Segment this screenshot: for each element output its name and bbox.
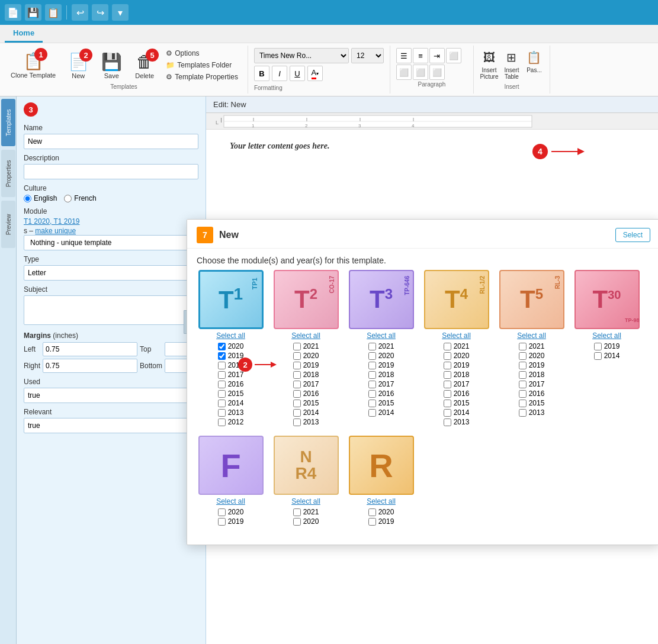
t3-2020[interactable]: 2020 <box>368 352 394 360</box>
t5-2020[interactable]: 2020 <box>519 352 545 360</box>
clone-template-button[interactable]: 📋 1 Clone Template <box>6 49 60 80</box>
t1-2014[interactable]: 2014 <box>218 399 244 407</box>
t1-select-all[interactable]: Select all <box>216 331 245 340</box>
font-size-select[interactable]: 12 <box>351 48 384 63</box>
select-button[interactable]: Select <box>615 228 650 242</box>
french-radio[interactable] <box>64 195 72 202</box>
t3-2018[interactable]: 2018 <box>368 371 394 379</box>
template-properties-button[interactable]: ⚙ Template Properties <box>162 72 242 82</box>
t5-2016[interactable]: 2016 <box>519 389 545 398</box>
t4-2015[interactable]: 2015 <box>444 399 470 407</box>
module-tile-t2[interactable]: T2 CO-17 <box>274 270 339 329</box>
r-2019[interactable]: 2019 <box>368 517 394 526</box>
export-icon[interactable]: 📋 <box>45 4 62 21</box>
redo-icon[interactable]: ↪ <box>92 4 108 21</box>
type-input[interactable] <box>24 265 198 281</box>
t1-2012[interactable]: 2012 <box>218 418 244 426</box>
t2-2018[interactable]: 2018 <box>293 371 319 379</box>
t2-2015[interactable]: 2015 <box>293 399 319 407</box>
insert-picture-button[interactable]: 🖼 InsertPicture <box>480 48 499 80</box>
t3-2014[interactable]: 2014 <box>368 408 394 417</box>
list-unordered-button[interactable]: ☰ <box>396 48 412 63</box>
align-center-button[interactable]: ⬜ <box>396 65 412 80</box>
t6-select-all[interactable]: Select all <box>592 331 621 340</box>
used-input[interactable] <box>24 388 198 403</box>
t1-2015[interactable]: 2015 <box>218 389 244 398</box>
t4-2013[interactable]: 2013 <box>444 418 470 426</box>
r-select-all[interactable]: Select all <box>367 497 396 505</box>
relevant-input[interactable] <box>24 418 198 433</box>
paste-button[interactable]: 📋 Pas... <box>525 48 544 80</box>
save-icon[interactable]: 💾 <box>25 4 41 21</box>
f-select-all[interactable]: Select all <box>216 497 245 505</box>
font-family-select[interactable]: Times New Ro... <box>254 48 349 63</box>
t2-2013[interactable]: 2013 <box>293 418 319 426</box>
options-button[interactable]: ⚙ Options <box>162 48 242 59</box>
make-unique-link[interactable]: make unique <box>35 227 76 235</box>
module-tile-t3[interactable]: T3 TP-646 <box>349 270 414 329</box>
t4-select-all[interactable]: Select all <box>442 331 471 340</box>
t5-2013[interactable]: 2013 <box>519 408 545 417</box>
r-2020[interactable]: 2020 <box>368 508 394 516</box>
t3-2015[interactable]: 2015 <box>368 399 394 407</box>
align-left-button[interactable]: ⬜ <box>446 48 461 63</box>
module-tile-r[interactable]: R <box>349 436 414 495</box>
new-doc-icon[interactable]: 📄 <box>5 4 21 21</box>
module-tile-t5[interactable]: T5 RL-3 <box>499 270 564 329</box>
t3-2016[interactable]: 2016 <box>368 389 394 398</box>
english-radio-label[interactable]: English <box>24 194 57 202</box>
insert-table-button[interactable]: ⊞ InsertTable <box>502 48 521 80</box>
t4-2018[interactable]: 2018 <box>444 371 470 379</box>
delete-template-button[interactable]: 🗑 5 Delete <box>129 50 160 80</box>
indent-button[interactable]: ⇥ <box>429 48 445 63</box>
t1-2013[interactable]: 2013 <box>218 408 244 417</box>
save-template-button[interactable]: 💾 Save <box>96 50 127 80</box>
align-justify-button[interactable]: ⬜ <box>429 65 445 80</box>
sidebar-tab-preview[interactable]: Preview <box>1 201 15 248</box>
t1-2017[interactable]: 2017 <box>218 371 244 379</box>
t5-2019[interactable]: 2019 <box>519 361 545 369</box>
list-ordered-button[interactable]: ≡ <box>413 48 428 63</box>
tab-home[interactable]: Home <box>5 25 43 43</box>
new-template-button[interactable]: 📄 2 New <box>63 50 94 80</box>
t4-2019[interactable]: 2019 <box>444 361 470 369</box>
font-color-button[interactable]: A ▾ <box>307 66 323 81</box>
t1-2020[interactable]: 2020 <box>218 342 244 350</box>
module-tile-f[interactable]: F <box>198 436 264 495</box>
english-radio[interactable] <box>24 195 31 202</box>
t4-2017[interactable]: 2017 <box>444 380 470 388</box>
t4-2021[interactable]: 2021 <box>444 342 470 350</box>
module-combo[interactable]: Nothing - unique template <box>24 235 198 250</box>
t5-2018[interactable]: 2018 <box>519 371 545 379</box>
module-tile-t6[interactable]: T30 TP-98 <box>574 270 640 329</box>
t3-2017[interactable]: 2017 <box>368 380 394 388</box>
french-radio-label[interactable]: French <box>64 194 96 202</box>
sidebar-tab-properties[interactable]: Properties <box>1 150 15 197</box>
italic-button[interactable]: I <box>272 66 287 81</box>
undo-icon[interactable]: ↩ <box>72 4 88 21</box>
templates-folder-button[interactable]: 📁 Templates Folder <box>162 60 242 70</box>
nr4-select-all[interactable]: Select all <box>291 497 320 505</box>
t5-2021[interactable]: 2021 <box>519 342 545 350</box>
t5-select-all[interactable]: Select all <box>517 331 546 340</box>
t2-2016[interactable]: 2016 <box>293 389 319 398</box>
customize-icon[interactable]: ▾ <box>112 4 129 21</box>
t2-select-all[interactable]: Select all <box>291 331 320 340</box>
t2-2021[interactable]: 2021 <box>293 342 319 350</box>
module-tile-nr4[interactable]: N R4 <box>274 436 339 495</box>
sidebar-tab-templates[interactable]: Templates <box>1 99 15 146</box>
t4-2020[interactable]: 2020 <box>444 352 470 360</box>
t1-2016[interactable]: 2016 <box>218 380 244 388</box>
f-2019[interactable]: 2019 <box>218 517 244 526</box>
module-link[interactable]: T1 2020, T1 2019 <box>24 217 80 226</box>
module-tile-t4[interactable]: T4 RL-1/2 <box>424 270 489 329</box>
f-2020[interactable]: 2020 <box>218 508 244 516</box>
t4-2016[interactable]: 2016 <box>444 389 470 398</box>
t6-2019[interactable]: 2019 <box>594 342 620 350</box>
underline-button[interactable]: U <box>290 66 305 81</box>
t2-2020[interactable]: 2020 <box>293 352 319 360</box>
t4-2014[interactable]: 2014 <box>444 408 470 417</box>
t5-2017[interactable]: 2017 <box>519 380 545 388</box>
t2-2014[interactable]: 2014 <box>293 408 319 417</box>
nr4-2020[interactable]: 2020 <box>293 517 319 526</box>
